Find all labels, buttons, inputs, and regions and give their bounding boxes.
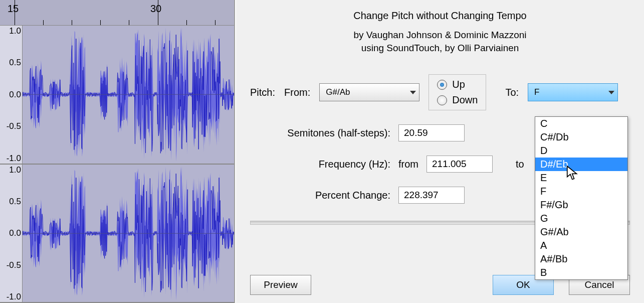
dropdown-option[interactable]: C — [535, 117, 627, 130]
from-note-value: G#/Ab — [326, 87, 350, 97]
dropdown-option[interactable]: A — [535, 239, 627, 252]
from-label: From: — [284, 87, 310, 98]
pitch-label: Pitch: — [250, 87, 275, 98]
semitones-label: Semitones (half-steps): — [250, 127, 390, 139]
dropdown-option[interactable]: D#/Eb — [535, 158, 627, 171]
track-1-yaxis: 1.00.50.0-0.5-1.0 — [0, 26, 23, 164]
track-1-wave[interactable] — [23, 26, 234, 164]
timeline-ruler[interactable]: 15 30 — [0, 0, 234, 26]
dropdown-option[interactable]: F — [535, 185, 627, 198]
dropdown-option[interactable]: G#/Ab — [535, 225, 627, 239]
frequency-from-input[interactable]: 211.005 — [426, 156, 493, 173]
dropdown-option[interactable]: C#/Db — [535, 130, 627, 144]
preview-button[interactable]: Preview — [250, 275, 311, 295]
radio-up[interactable]: Up — [437, 79, 478, 90]
dropdown-option[interactable]: F#/Gb — [535, 198, 627, 212]
radio-up-indicator — [437, 80, 447, 90]
chevron-down-icon — [608, 91, 614, 94]
frequency-label: Frequency (Hz): — [250, 159, 390, 170]
dropdown-option[interactable]: B — [535, 266, 627, 279]
from-note-combo[interactable]: G#/Ab — [319, 83, 419, 101]
to-note-combo[interactable]: F — [528, 83, 618, 101]
ruler-tick-30: 30 — [150, 3, 161, 15]
to-note-dropdown[interactable]: CC#/DbDD#/EbEFF#/GbGG#/AbAA#/BbB — [535, 116, 628, 280]
to-label: To: — [505, 87, 519, 98]
to-note-value: F — [534, 87, 539, 97]
dialog-title: Change Pitch without Changing Tempo — [250, 10, 630, 22]
track-2[interactable]: 1.00.50.0-0.5-1.0 — [0, 165, 234, 304]
percent-label: Percent Change: — [250, 190, 390, 201]
change-pitch-dialog: Change Pitch without Changing Tempo by V… — [235, 0, 644, 303]
dropdown-option[interactable]: A#/Bb — [535, 252, 627, 266]
chevron-down-icon — [410, 91, 416, 94]
pitch-row: Pitch: From: G#/Ab Up Down To: F — [250, 74, 630, 110]
track-2-yaxis: 1.00.50.0-0.5-1.0 — [0, 165, 23, 302]
radio-down-indicator — [437, 95, 447, 105]
waveform-panel: 15 30 1.00.50.0-0.5-1.0 1.00.50.0-0.5-1.… — [0, 0, 235, 303]
dropdown-option[interactable]: E — [535, 171, 627, 185]
app-root: 15 30 1.00.50.0-0.5-1.0 1.00.50.0-0.5-1.… — [0, 0, 644, 303]
ruler-tick-15: 15 — [8, 3, 19, 15]
semitones-input[interactable]: 20.59 — [398, 124, 465, 141]
dialog-credits: by Vaughan Johnson & Dominic Mazzoniusin… — [250, 29, 630, 54]
percent-input[interactable]: 228.397 — [398, 187, 465, 204]
frequency-to-label: to — [516, 159, 524, 170]
track-2-wave[interactable] — [23, 165, 234, 302]
dropdown-option[interactable]: D — [535, 144, 627, 158]
dropdown-option[interactable]: G — [535, 212, 627, 225]
radio-down[interactable]: Down — [437, 94, 478, 106]
frequency-from-label: from — [398, 159, 418, 170]
direction-radios: Up Down — [428, 74, 486, 110]
track-1[interactable]: 1.00.50.0-0.5-1.0 — [0, 26, 234, 165]
